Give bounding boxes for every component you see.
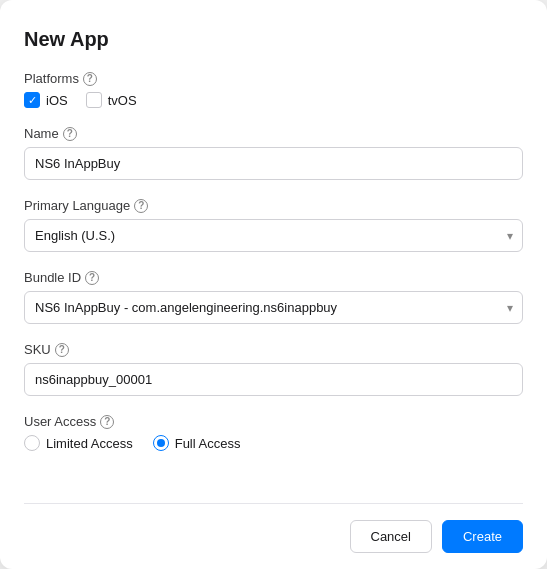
sku-field-group: SKU ? [24,342,523,396]
bundle-id-field-group: Bundle ID ? NS6 InAppBuy - com.angelengi… [24,270,523,324]
user-access-help-icon[interactable]: ? [100,415,114,429]
name-help-icon[interactable]: ? [63,127,77,141]
full-access-radio-label[interactable]: Full Access [153,435,241,451]
tvos-label-text: tvOS [108,93,137,108]
tvos-checkbox[interactable] [86,92,102,108]
sku-help-icon[interactable]: ? [55,343,69,357]
create-button[interactable]: Create [442,520,523,553]
sku-label: SKU ? [24,342,523,357]
platforms-label: Platforms ? [24,71,523,86]
platforms-row: ✓ iOS tvOS [24,92,523,108]
primary-language-help-icon[interactable]: ? [134,199,148,213]
primary-language-field-group: Primary Language ? English (U.S.) ▾ [24,198,523,252]
ios-checkmark: ✓ [28,95,37,106]
ios-checkbox-label[interactable]: ✓ iOS [24,92,68,108]
full-access-radio[interactable] [153,435,169,451]
bundle-id-select-wrapper: NS6 InAppBuy - com.angelengineering.ns6i… [24,291,523,324]
new-app-dialog: New App Platforms ? ✓ iOS tvOS Name ? [0,0,547,569]
dialog-title: New App [24,28,523,51]
dialog-footer: Cancel Create [24,503,523,569]
tvos-checkbox-label[interactable]: tvOS [86,92,137,108]
sku-input[interactable] [24,363,523,396]
primary-language-select[interactable]: English (U.S.) [24,219,523,252]
bundle-id-label: Bundle ID ? [24,270,523,285]
platforms-help-icon[interactable]: ? [83,72,97,86]
bundle-id-help-icon[interactable]: ? [85,271,99,285]
name-field-group: Name ? [24,126,523,180]
limited-access-label-text: Limited Access [46,436,133,451]
name-label: Name ? [24,126,523,141]
name-input[interactable] [24,147,523,180]
ios-label-text: iOS [46,93,68,108]
ios-checkbox[interactable]: ✓ [24,92,40,108]
cancel-button[interactable]: Cancel [350,520,432,553]
limited-access-radio-label[interactable]: Limited Access [24,435,133,451]
primary-language-label: Primary Language ? [24,198,523,213]
bundle-id-select[interactable]: NS6 InAppBuy - com.angelengineering.ns6i… [24,291,523,324]
user-access-field-group: User Access ? Limited Access Full Access [24,414,523,451]
user-access-label: User Access ? [24,414,523,429]
platforms-field-group: Platforms ? ✓ iOS tvOS [24,71,523,108]
user-access-radio-row: Limited Access Full Access [24,435,523,451]
limited-access-radio[interactable] [24,435,40,451]
primary-language-select-wrapper: English (U.S.) ▾ [24,219,523,252]
full-access-label-text: Full Access [175,436,241,451]
full-access-radio-dot [157,439,165,447]
